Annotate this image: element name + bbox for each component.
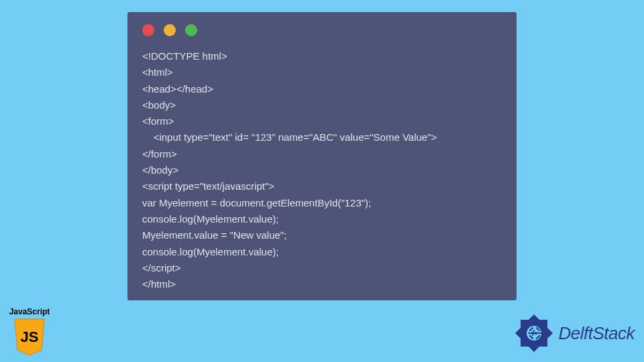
minimize-dot-icon bbox=[164, 24, 176, 36]
javascript-badge: JavaScript JS bbox=[5, 307, 54, 357]
delftstack-brand: < > DelftStack bbox=[513, 312, 635, 354]
code-block: <!DOCTYPE html> <html> <head></head> <bo… bbox=[142, 48, 502, 292]
javascript-label: JavaScript bbox=[9, 307, 50, 316]
close-dot-icon bbox=[142, 24, 154, 36]
javascript-shield-icon: JS bbox=[12, 318, 47, 357]
window-dots bbox=[142, 24, 502, 36]
delftstack-logo-icon: < > bbox=[513, 312, 555, 354]
maximize-dot-icon bbox=[185, 24, 197, 36]
js-logo-text: JS bbox=[21, 328, 39, 345]
code-window: <!DOCTYPE html> <html> <head></head> <bo… bbox=[127, 12, 517, 300]
delftstack-text: DelftStack bbox=[559, 323, 635, 344]
svg-text:>: > bbox=[535, 330, 538, 337]
